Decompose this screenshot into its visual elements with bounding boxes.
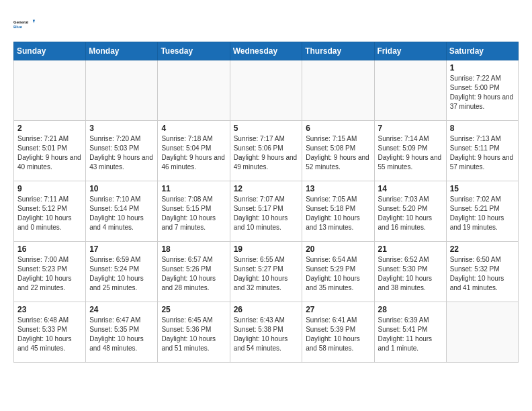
calendar-cell: 26Sunrise: 6:43 AM Sunset: 5:38 PM Dayli… xyxy=(230,302,302,363)
day-number: 15 xyxy=(450,184,515,193)
day-number: 4 xyxy=(161,124,226,133)
day-number: 22 xyxy=(450,244,515,254)
day-number: 25 xyxy=(161,305,226,314)
calendar-cell xyxy=(14,60,86,121)
day-number: 5 xyxy=(234,124,299,133)
calendar-cell xyxy=(374,60,446,121)
calendar-cell xyxy=(302,60,374,121)
calendar-cell: 27Sunrise: 6:41 AM Sunset: 5:39 PM Dayli… xyxy=(302,302,374,363)
calendar-cell: 25Sunrise: 6:45 AM Sunset: 5:36 PM Dayli… xyxy=(158,302,230,363)
day-info: Sunrise: 7:00 AM Sunset: 5:23 PM Dayligh… xyxy=(17,255,82,293)
day-number: 24 xyxy=(89,305,154,314)
calendar-week-2: 2Sunrise: 7:21 AM Sunset: 5:01 PM Daylig… xyxy=(14,121,519,181)
calendar-cell: 22Sunrise: 6:50 AM Sunset: 5:32 PM Dayli… xyxy=(446,242,518,302)
calendar-cell: 18Sunrise: 6:57 AM Sunset: 5:26 PM Dayli… xyxy=(158,242,230,302)
svg-text:Blue: Blue xyxy=(13,25,23,29)
page-header: General Blue xyxy=(13,13,519,35)
svg-text:General: General xyxy=(13,20,29,24)
calendar-cell: 10Sunrise: 7:10 AM Sunset: 5:14 PM Dayli… xyxy=(86,181,158,242)
day-number: 7 xyxy=(378,124,443,133)
day-number: 18 xyxy=(161,244,226,254)
calendar-cell: 11Sunrise: 7:08 AM Sunset: 5:15 PM Dayli… xyxy=(158,181,230,242)
day-number: 26 xyxy=(234,305,299,314)
calendar-cell: 28Sunrise: 6:39 AM Sunset: 5:41 PM Dayli… xyxy=(374,302,446,363)
day-number: 11 xyxy=(161,184,226,193)
day-info: Sunrise: 7:17 AM Sunset: 5:06 PM Dayligh… xyxy=(234,134,299,172)
day-number: 9 xyxy=(17,184,82,193)
day-info: Sunrise: 7:10 AM Sunset: 5:14 PM Dayligh… xyxy=(89,195,154,232)
day-number: 16 xyxy=(17,244,82,254)
day-info: Sunrise: 6:43 AM Sunset: 5:38 PM Dayligh… xyxy=(234,316,299,353)
weekday-header-friday: Friday xyxy=(374,42,446,60)
calendar-cell: 19Sunrise: 6:55 AM Sunset: 5:27 PM Dayli… xyxy=(230,242,302,302)
calendar-table: SundayMondayTuesdayWednesdayThursdayFrid… xyxy=(13,42,519,363)
calendar-week-4: 16Sunrise: 7:00 AM Sunset: 5:23 PM Dayli… xyxy=(14,242,519,302)
day-info: Sunrise: 7:22 AM Sunset: 5:00 PM Dayligh… xyxy=(450,74,515,111)
calendar-cell: 12Sunrise: 7:07 AM Sunset: 5:17 PM Dayli… xyxy=(230,181,302,242)
weekday-header-monday: Monday xyxy=(86,42,158,60)
calendar-cell: 8Sunrise: 7:13 AM Sunset: 5:11 PM Daylig… xyxy=(446,121,518,181)
day-number: 6 xyxy=(306,124,370,133)
day-info: Sunrise: 6:41 AM Sunset: 5:39 PM Dayligh… xyxy=(306,316,370,353)
day-info: Sunrise: 6:52 AM Sunset: 5:30 PM Dayligh… xyxy=(378,255,443,293)
day-info: Sunrise: 7:05 AM Sunset: 5:18 PM Dayligh… xyxy=(306,195,370,232)
calendar-cell: 5Sunrise: 7:17 AM Sunset: 5:06 PM Daylig… xyxy=(230,121,302,181)
day-number: 27 xyxy=(306,305,370,314)
weekday-header-tuesday: Tuesday xyxy=(158,42,230,60)
day-info: Sunrise: 6:48 AM Sunset: 5:33 PM Dayligh… xyxy=(17,316,82,353)
day-info: Sunrise: 7:18 AM Sunset: 5:04 PM Dayligh… xyxy=(161,134,226,172)
day-number: 17 xyxy=(89,244,154,254)
calendar-cell: 14Sunrise: 7:03 AM Sunset: 5:20 PM Dayli… xyxy=(374,181,446,242)
day-info: Sunrise: 7:11 AM Sunset: 5:12 PM Dayligh… xyxy=(17,195,82,232)
weekday-header-thursday: Thursday xyxy=(302,42,374,60)
day-number: 1 xyxy=(450,63,515,73)
day-info: Sunrise: 6:54 AM Sunset: 5:29 PM Dayligh… xyxy=(306,255,370,293)
svg-marker-2 xyxy=(33,20,35,24)
calendar-cell: 3Sunrise: 7:20 AM Sunset: 5:03 PM Daylig… xyxy=(86,121,158,181)
calendar-cell: 15Sunrise: 7:02 AM Sunset: 5:21 PM Dayli… xyxy=(446,181,518,242)
day-number: 13 xyxy=(306,184,370,193)
calendar-cell: 17Sunrise: 6:59 AM Sunset: 5:24 PM Dayli… xyxy=(86,242,158,302)
day-info: Sunrise: 7:20 AM Sunset: 5:03 PM Dayligh… xyxy=(89,134,154,172)
day-info: Sunrise: 6:47 AM Sunset: 5:35 PM Dayligh… xyxy=(89,316,154,353)
calendar-cell: 16Sunrise: 7:00 AM Sunset: 5:23 PM Dayli… xyxy=(14,242,86,302)
day-number: 20 xyxy=(306,244,370,254)
weekday-header-row: SundayMondayTuesdayWednesdayThursdayFrid… xyxy=(14,42,519,60)
calendar-cell: 21Sunrise: 6:52 AM Sunset: 5:30 PM Dayli… xyxy=(374,242,446,302)
calendar-cell: 2Sunrise: 7:21 AM Sunset: 5:01 PM Daylig… xyxy=(14,121,86,181)
day-info: Sunrise: 6:59 AM Sunset: 5:24 PM Dayligh… xyxy=(89,255,154,293)
day-number: 8 xyxy=(450,124,515,133)
day-info: Sunrise: 6:55 AM Sunset: 5:27 PM Dayligh… xyxy=(234,255,299,293)
day-number: 23 xyxy=(17,305,82,314)
day-info: Sunrise: 7:08 AM Sunset: 5:15 PM Dayligh… xyxy=(161,195,226,232)
calendar-cell: 4Sunrise: 7:18 AM Sunset: 5:04 PM Daylig… xyxy=(158,121,230,181)
calendar-cell: 1Sunrise: 7:22 AM Sunset: 5:00 PM Daylig… xyxy=(446,60,518,121)
calendar-cell: 9Sunrise: 7:11 AM Sunset: 5:12 PM Daylig… xyxy=(14,181,86,242)
day-info: Sunrise: 7:02 AM Sunset: 5:21 PM Dayligh… xyxy=(450,195,515,232)
calendar-cell xyxy=(446,302,518,363)
calendar-cell xyxy=(230,60,302,121)
calendar-cell: 7Sunrise: 7:14 AM Sunset: 5:09 PM Daylig… xyxy=(374,121,446,181)
calendar-cell: 20Sunrise: 6:54 AM Sunset: 5:29 PM Dayli… xyxy=(302,242,374,302)
day-number: 2 xyxy=(17,124,82,133)
day-info: Sunrise: 6:39 AM Sunset: 5:41 PM Dayligh… xyxy=(378,316,443,353)
day-number: 10 xyxy=(89,184,154,193)
day-info: Sunrise: 6:50 AM Sunset: 5:32 PM Dayligh… xyxy=(450,255,515,293)
day-number: 12 xyxy=(234,184,299,193)
weekday-header-sunday: Sunday xyxy=(14,42,86,60)
calendar-cell xyxy=(86,60,158,121)
day-info: Sunrise: 6:45 AM Sunset: 5:36 PM Dayligh… xyxy=(161,316,226,353)
day-info: Sunrise: 7:13 AM Sunset: 5:11 PM Dayligh… xyxy=(450,134,515,172)
day-number: 19 xyxy=(234,244,299,254)
calendar-week-1: 1Sunrise: 7:22 AM Sunset: 5:00 PM Daylig… xyxy=(14,60,519,121)
calendar-week-5: 23Sunrise: 6:48 AM Sunset: 5:33 PM Dayli… xyxy=(14,302,519,363)
day-info: Sunrise: 7:03 AM Sunset: 5:20 PM Dayligh… xyxy=(378,195,443,232)
day-info: Sunrise: 7:21 AM Sunset: 5:01 PM Dayligh… xyxy=(17,134,82,172)
day-info: Sunrise: 7:15 AM Sunset: 5:08 PM Dayligh… xyxy=(306,134,370,172)
calendar-cell: 6Sunrise: 7:15 AM Sunset: 5:08 PM Daylig… xyxy=(302,121,374,181)
calendar-cell: 24Sunrise: 6:47 AM Sunset: 5:35 PM Dayli… xyxy=(86,302,158,363)
weekday-header-wednesday: Wednesday xyxy=(230,42,302,60)
weekday-header-saturday: Saturday xyxy=(446,42,518,60)
logo: General Blue xyxy=(13,13,35,35)
calendar-cell xyxy=(158,60,230,121)
